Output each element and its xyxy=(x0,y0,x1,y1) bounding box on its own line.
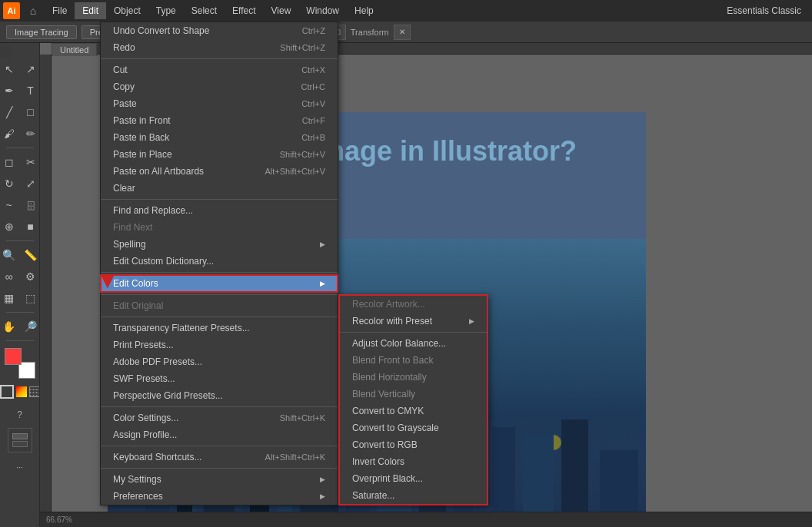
submenu-convert-grayscale[interactable]: Convert to Grayscale xyxy=(340,419,487,436)
menu-window[interactable]: Window xyxy=(298,2,347,19)
menu-paste-back[interactable]: Paste in Back Ctrl+B xyxy=(101,129,338,146)
menu-paste-all[interactable]: Paste on All Artboards Alt+Shift+Ctrl+V xyxy=(101,163,338,180)
menu-paste[interactable]: Paste Ctrl+V xyxy=(101,95,338,112)
menu-edit[interactable]: Edit xyxy=(75,2,106,19)
submenu-adjust-balance[interactable]: Adjust Color Balance... xyxy=(340,335,487,352)
menu-keyboard[interactable]: Keyboard Shortcuts... Alt+Shift+Ctrl+K xyxy=(101,449,338,466)
menu-effect[interactable]: Effect xyxy=(225,2,263,19)
submenu-blend-horizontally: Blend Horizontally xyxy=(340,369,487,386)
menu-type[interactable]: Type xyxy=(148,2,184,19)
edit-menu: Undo Convert to Shape Ctrl+Z Redo Shift+… xyxy=(100,22,338,505)
app-logo: Ai xyxy=(3,2,20,19)
menu-print-presets[interactable]: Print Presets... xyxy=(101,336,338,353)
workspace-label: Essentials Classic xyxy=(727,5,801,16)
menu-perspective[interactable]: Perspective Grid Presets... xyxy=(101,387,338,404)
menu-file[interactable]: File xyxy=(45,2,75,19)
home-icon[interactable]: ⌂ xyxy=(25,2,42,19)
menu-sep-1 xyxy=(101,58,338,59)
menu-find-replace[interactable]: Find and Replace... xyxy=(101,202,338,219)
submenu-overprint-black[interactable]: Overprint Black... xyxy=(340,470,487,487)
submenu-convert-rgb[interactable]: Convert to RGB xyxy=(340,436,487,453)
menu-sep-4 xyxy=(101,294,338,295)
red-arrow-indicator: ▼ xyxy=(97,269,118,293)
menu-sep-5 xyxy=(101,317,338,317)
menu-edit-colors[interactable]: Edit Colors xyxy=(101,275,338,292)
menu-transparency[interactable]: Transparency Flattener Presets... xyxy=(101,320,338,336)
menu-clear[interactable]: Clear xyxy=(101,180,338,197)
menu-items: File Edit Object Type Select Effect View… xyxy=(45,2,381,19)
menu-preferences[interactable]: Preferences xyxy=(101,488,338,505)
submenu-convert-cmyk[interactable]: Convert to CMYK xyxy=(340,403,487,419)
menu-select[interactable]: Select xyxy=(184,2,225,19)
menu-paste-front[interactable]: Paste in Front Ctrl+F xyxy=(101,112,338,129)
menu-pdf-presets[interactable]: Adobe PDF Presets... xyxy=(101,353,338,370)
menu-bar: Ai ⌂ File Edit Object Type Select Effect… xyxy=(0,0,812,22)
submenu-blend-vertically: Blend Vertically xyxy=(340,386,487,403)
submenu-saturate[interactable]: Saturate... xyxy=(340,487,487,504)
menu-spelling[interactable]: Spelling xyxy=(101,236,338,253)
dropdown-overlay: Undo Convert to Shape Ctrl+Z Redo Shift+… xyxy=(0,0,812,527)
menu-swf-presets[interactable]: SWF Presets... xyxy=(101,370,338,387)
menu-cut[interactable]: Cut Ctrl+X xyxy=(101,61,338,78)
menu-edit-original: Edit Original xyxy=(101,297,338,314)
menu-view[interactable]: View xyxy=(264,2,299,19)
menu-sep-2 xyxy=(101,199,338,200)
menu-edit-dict[interactable]: Edit Custom Dictionary... xyxy=(101,253,338,270)
menu-copy[interactable]: Copy Ctrl+C xyxy=(101,78,338,95)
menu-my-settings[interactable]: My Settings xyxy=(101,471,338,488)
submenu-invert-colors[interactable]: Invert Colors xyxy=(340,453,487,470)
menu-sep-3 xyxy=(101,272,338,273)
menu-sep-8 xyxy=(101,468,338,469)
submenu-blend-front-back: Blend Front to Back xyxy=(340,352,487,369)
edit-colors-submenu: Recolor Artwork... Recolor with Preset A… xyxy=(338,294,488,505)
menu-paste-place[interactable]: Paste in Place Shift+Ctrl+V xyxy=(101,146,338,163)
menu-object[interactable]: Object xyxy=(106,2,148,19)
menu-right: Essentials Classic xyxy=(727,5,809,16)
menu-assign-profile[interactable]: Assign Profile... xyxy=(101,426,338,443)
menu-find-next: Find Next xyxy=(101,219,338,236)
submenu-recolor-artwork: Recolor Artwork... xyxy=(340,296,487,313)
submenu-sep-1 xyxy=(340,332,487,333)
menu-sep-6 xyxy=(101,406,338,407)
menu-redo[interactable]: Redo Shift+Ctrl+Z xyxy=(101,39,338,56)
menu-color-settings[interactable]: Color Settings... Shift+Ctrl+K xyxy=(101,409,338,426)
menu-help[interactable]: Help xyxy=(347,2,381,19)
menu-undo[interactable]: Undo Convert to Shape Ctrl+Z xyxy=(101,22,338,39)
submenu-recolor-preset[interactable]: Recolor with Preset xyxy=(340,313,487,330)
menu-sep-7 xyxy=(101,446,338,446)
